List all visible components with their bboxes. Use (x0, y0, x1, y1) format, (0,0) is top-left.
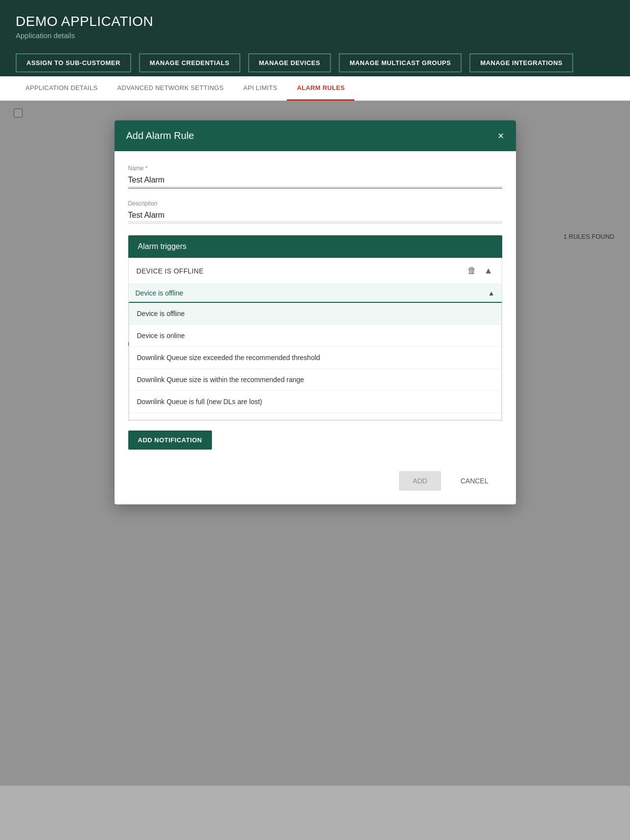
cancel-button[interactable]: CANCEL (447, 471, 502, 491)
dropdown-item-online[interactable]: Device is online (129, 325, 501, 347)
add-button[interactable]: ADD (399, 471, 441, 491)
name-form-group: Name * (128, 165, 502, 188)
manage-integrations-button[interactable]: MANAGE INTEGRATIONS (469, 53, 573, 72)
app-title: DEMO APPLICATION (16, 14, 614, 29)
name-input[interactable] (128, 174, 502, 187)
tab-application-details[interactable]: APPLICATION DETAILS (16, 76, 108, 101)
tab-alarm-rules[interactable]: ALARM RULES (287, 76, 354, 101)
tabs-row: APPLICATION DETAILS ADVANCED NETWORK SET… (0, 76, 630, 101)
collapse-trigger-button[interactable]: ▲ (483, 265, 494, 277)
alarm-triggers-header: Alarm triggers (128, 235, 502, 258)
tab-api-limits[interactable]: API LIMITS (233, 76, 287, 101)
trigger-type-label: DEVICE IS OFFLINE (137, 267, 204, 275)
dropdown-selected[interactable]: Device is offline ▲ (129, 284, 502, 303)
modal-header: Add Alarm Rule × (115, 120, 516, 151)
dropdown-arrow-up-icon: ▲ (488, 289, 495, 297)
manage-devices-button[interactable]: MANAGE DEVICES (248, 53, 331, 72)
top-bar: DEMO APPLICATION Application details (0, 0, 630, 49)
dropdown-item-offline[interactable]: Device is offline (129, 303, 501, 325)
manage-multicast-button[interactable]: MANAGE MULTICAST GROUPS (339, 53, 462, 72)
delete-icon: 🗑 (467, 266, 476, 275)
trigger-row: DEVICE IS OFFLINE 🗑 ▲ (128, 258, 502, 421)
add-notification-button[interactable]: ADD NOTIFICATION (128, 431, 212, 450)
trigger-actions: 🗑 ▲ (467, 265, 494, 277)
dropdown-item-dl-within[interactable]: Downlink Queue size is within the recomm… (129, 369, 501, 391)
dropdown-item-dl-exceeded[interactable]: Downlink Queue size exceeded the recomme… (129, 347, 501, 369)
dropdown-item-dl-full[interactable]: Downlink Queue is full (new DLs are lost… (129, 391, 501, 413)
description-form-group: Description (128, 200, 502, 224)
dropdown-selected-text: Device is offline (136, 289, 184, 297)
trigger-type-dropdown: Device is offline ▲ Device is offline De… (129, 284, 502, 420)
trigger-header: DEVICE IS OFFLINE 🗑 ▲ (129, 258, 502, 284)
name-label: Name * (128, 165, 502, 172)
dropdown-item-dl-not-full[interactable]: Downlink Queue is not full (can accept n… (129, 413, 501, 420)
page-content: 1 RULES FOUND Add Alarm Rule × Name * De… (0, 101, 630, 786)
app-subtitle: Application details (16, 31, 614, 40)
action-buttons-row: ASSIGN TO SUB-CUSTOMER MANAGE CREDENTIAL… (0, 49, 630, 76)
modal-body: Name * Description Alarm triggers DEVICE… (115, 151, 516, 421)
assign-button[interactable]: ASSIGN TO SUB-CUSTOMER (16, 53, 131, 72)
manage-credentials-button[interactable]: MANAGE CREDENTIALS (139, 53, 240, 72)
description-label: Description (128, 200, 502, 207)
modal-bottom: ADD NOTIFICATION (115, 421, 516, 463)
delete-trigger-button[interactable]: 🗑 (467, 265, 477, 277)
modal-title: Add Alarm Rule (126, 130, 194, 141)
tab-network-settings[interactable]: ADVANCED NETWORK SETTINGS (108, 76, 233, 101)
dropdown-list[interactable]: Device is offline Device is online Downl… (129, 303, 502, 420)
description-input[interactable] (128, 209, 502, 222)
chevron-up-icon: ▲ (484, 266, 493, 275)
modal-footer: ADD CANCEL (115, 463, 516, 504)
alarm-triggers-section: Alarm triggers DEVICE IS OFFLINE 🗑 ▲ (128, 235, 502, 421)
modal-close-button[interactable]: × (498, 131, 504, 141)
add-alarm-rule-modal: Add Alarm Rule × Name * Description Alar… (115, 120, 516, 504)
